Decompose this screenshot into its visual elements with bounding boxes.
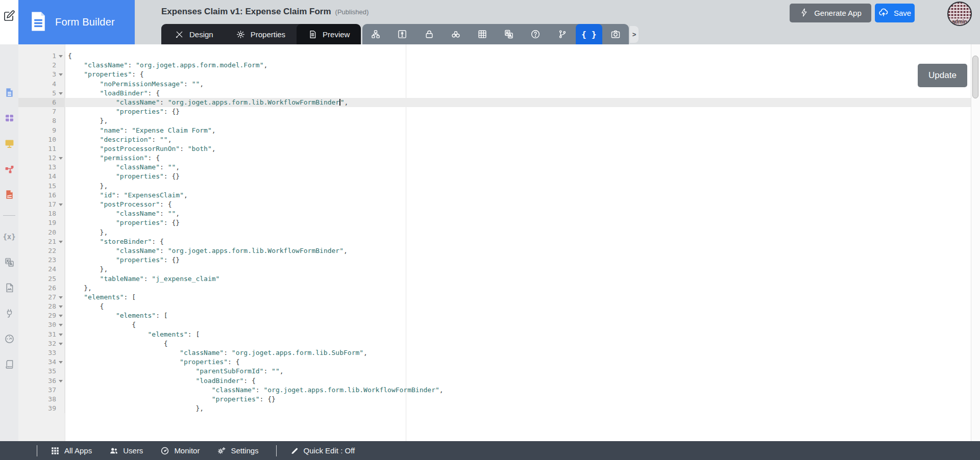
code-text[interactable]: "loadBinder": { (65, 89, 971, 98)
line-number[interactable]: 39 (18, 404, 65, 413)
code-line-34[interactable]: 34"properties": { (18, 357, 971, 367)
code-line-9[interactable]: 9"name": "Expense Claim Form", (18, 126, 971, 135)
fold-caret-icon[interactable] (59, 361, 63, 364)
code-line-36[interactable]: 36"loadBinder": { (18, 376, 971, 386)
line-number[interactable]: 29 (18, 311, 65, 320)
code-line-26[interactable]: 26}, (18, 284, 971, 293)
code-line-21[interactable]: 21"storeBinder": { (18, 237, 971, 246)
code-line-20[interactable]: 20}, (18, 228, 971, 237)
code-text[interactable]: "permission": { (65, 154, 971, 163)
line-number[interactable]: 19 (18, 218, 65, 227)
code-text[interactable]: "tableName": "j_expense_claim" (65, 274, 971, 284)
sidebar-item-userview-monitor[interactable] (4, 138, 15, 149)
code-text[interactable]: "className": "org.joget.apps.form.lib.Wo… (65, 98, 971, 107)
code-line-18[interactable]: 18"className": "", (18, 209, 971, 218)
code-line-1[interactable]: 1{ (18, 52, 971, 61)
line-number[interactable]: 13 (18, 163, 65, 172)
line-number[interactable]: 30 (18, 320, 65, 329)
fold-caret-icon[interactable] (59, 324, 63, 326)
code-line-30[interactable]: 30{ (18, 320, 971, 329)
code-line-5[interactable]: 5"loadBinder": { (18, 89, 971, 98)
code-text[interactable]: "properties": {} (65, 218, 971, 227)
code-line-10[interactable]: 10"description": "", (18, 135, 971, 144)
code-text[interactable]: "storeBinder": { (65, 237, 971, 246)
sidebar-item-datalist-table[interactable] (4, 112, 15, 123)
tool-translate-button[interactable] (496, 24, 522, 44)
code-text[interactable]: }, (65, 284, 971, 293)
bottom-bar-item-monitor[interactable]: Monitor (160, 446, 200, 455)
code-line-2[interactable]: 2"className": "org.joget.apps.form.model… (18, 61, 971, 70)
fold-caret-icon[interactable] (59, 157, 63, 160)
line-number[interactable]: 4 (18, 80, 65, 89)
code-line-29[interactable]: 29"elements": [ (18, 311, 971, 320)
code-line-25[interactable]: 25"tableName": "j_expense_claim" (18, 274, 971, 284)
line-number[interactable]: 35 (18, 367, 65, 376)
code-text[interactable]: "className": "org.joget.apps.form.lib.Wo… (65, 246, 971, 255)
line-number[interactable]: 36 (18, 376, 65, 386)
code-text[interactable]: "elements": [ (65, 330, 971, 339)
save-button[interactable]: Save (875, 4, 915, 22)
scrollbar-thumb[interactable] (972, 56, 978, 98)
line-number[interactable]: 12 (18, 154, 65, 163)
line-number[interactable]: 32 (18, 339, 65, 348)
code-line-37[interactable]: 37"className": "org.joget.apps.form.lib.… (18, 386, 971, 395)
generate-app-button[interactable]: Generate App (790, 4, 871, 22)
line-number[interactable]: 14 (18, 172, 65, 181)
fold-caret-icon[interactable] (59, 55, 63, 58)
fold-caret-icon[interactable] (59, 203, 63, 206)
sidebar-item-report-file[interactable] (4, 189, 15, 200)
line-number[interactable]: 9 (18, 126, 65, 135)
fold-caret-icon[interactable] (59, 73, 63, 76)
code-text[interactable]: { (65, 302, 971, 311)
code-line-24[interactable]: 24}, (18, 265, 971, 274)
line-number[interactable]: 37 (18, 386, 65, 395)
line-number[interactable]: 10 (18, 135, 65, 144)
line-number[interactable]: 34 (18, 357, 65, 367)
line-number[interactable]: 38 (18, 395, 65, 404)
line-number[interactable]: 15 (18, 182, 65, 191)
sidebar-item-image-file[interactable] (4, 282, 15, 293)
avatar[interactable]: admin (947, 2, 972, 26)
code-text[interactable]: "className": "org.joget.apps.form.model.… (65, 61, 971, 70)
tool-injection-button[interactable] (389, 24, 415, 44)
update-button[interactable]: Update (918, 64, 967, 87)
code-text[interactable]: "className": "", (65, 209, 971, 218)
code-line-8[interactable]: 8}, (18, 116, 971, 125)
code-text[interactable]: { (65, 339, 971, 348)
code-line-17[interactable]: 17"postProcessor": { (18, 200, 971, 209)
tool-camera-button[interactable] (602, 24, 629, 44)
code-text[interactable]: }, (65, 265, 971, 274)
bottom-bar-item-settings[interactable]: Settings (217, 446, 258, 455)
code-line-22[interactable]: 22"className": "org.joget.apps.form.lib.… (18, 246, 971, 255)
line-number[interactable]: 8 (18, 116, 65, 125)
code-line-13[interactable]: 13"className": "", (18, 163, 971, 172)
line-number[interactable]: 27 (18, 293, 65, 302)
code-line-6[interactable]: 6"className": "org.joget.apps.form.lib.W… (18, 98, 971, 107)
line-number[interactable]: 11 (18, 144, 65, 154)
code-text[interactable]: "id": "ExpensesClaim", (65, 191, 971, 200)
line-number[interactable]: 18 (18, 209, 65, 218)
tab-design[interactable]: Design (163, 24, 225, 44)
code-text[interactable]: }, (65, 182, 971, 191)
line-number[interactable]: 23 (18, 255, 65, 265)
code-line-12[interactable]: 12"permission": { (18, 154, 971, 163)
code-line-32[interactable]: 32{ (18, 339, 971, 348)
line-number[interactable]: 5 (18, 89, 65, 98)
code-text[interactable]: }, (65, 404, 971, 413)
sidebar-item-braces-x[interactable]: {x} (4, 231, 15, 242)
code-text[interactable]: "loadBinder": { (65, 376, 971, 386)
fold-caret-icon[interactable] (59, 241, 63, 243)
fold-caret-icon[interactable] (59, 296, 63, 299)
fold-caret-icon[interactable] (59, 315, 63, 317)
code-line-14[interactable]: 14"properties": {} (18, 172, 971, 181)
line-number[interactable]: 6 (18, 98, 65, 107)
line-number[interactable]: 22 (18, 246, 65, 255)
code-text[interactable]: }, (65, 116, 971, 125)
line-number[interactable]: 33 (18, 348, 65, 357)
line-number[interactable]: 16 (18, 191, 65, 200)
sidebar-item-scroll[interactable] (4, 359, 15, 370)
json-code-editor[interactable]: 1{2"className": "org.joget.apps.form.mod… (18, 44, 971, 441)
line-number[interactable]: 26 (18, 284, 65, 293)
tab-properties[interactable]: Properties (225, 24, 297, 44)
toolbar-more-chevron-icon[interactable]: > (630, 26, 639, 43)
